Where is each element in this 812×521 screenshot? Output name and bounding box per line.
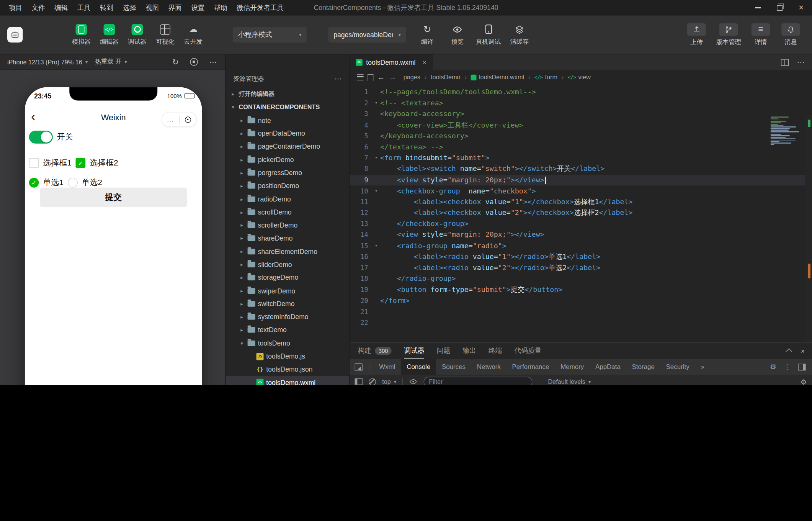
panel-tab[interactable]: 终端 — [489, 342, 502, 359]
menu-item[interactable]: 微信开发者工具 — [232, 0, 288, 16]
devtools-tab[interactable]: AppData — [590, 359, 626, 375]
context-select[interactable]: top ▾ — [382, 378, 396, 385]
radio-1[interactable]: ✓ — [29, 178, 39, 188]
checkbox-2[interactable]: ✓ — [76, 158, 86, 168]
preview-button[interactable]: 预览 — [442, 24, 472, 46]
code-line[interactable]: 6</textarea> --> — [350, 141, 812, 152]
code-line[interactable]: 19 <button form-type="submit">提交</button… — [350, 284, 812, 295]
clear-cache-button[interactable]: 清缓存 — [505, 24, 534, 46]
radio-2[interactable] — [68, 178, 78, 188]
tree-item[interactable]: ▸pickerDemo — [226, 153, 349, 166]
devtools-tab[interactable]: » — [695, 359, 710, 375]
menu-item[interactable]: 项目 — [4, 0, 27, 16]
code-line[interactable]: 18 </radio-group> — [350, 273, 812, 284]
tree-item[interactable]: <>toolsDemo.wxml — [226, 376, 349, 385]
breadcrumb-item[interactable]: toolsDemo.wxml — [471, 74, 524, 81]
code-line[interactable]: 8 <label><switch name="switch"></switch>… — [350, 164, 812, 175]
code-line[interactable]: 17 <label><radio value="2"></radio>单选2</… — [350, 262, 812, 273]
menu-item[interactable]: 转到 — [95, 0, 118, 16]
compile-button[interactable]: ↻ 编译 — [412, 24, 442, 46]
tree-item[interactable]: ▸shareDemo — [226, 232, 349, 245]
panel-tab[interactable]: 构建300 — [358, 342, 392, 359]
code-editor[interactable]: 1<!--pages/toolsDemo/toolsDemo.wxml-->2▾… — [350, 84, 812, 342]
stop-icon[interactable] — [190, 58, 198, 66]
device-debug-button[interactable]: 真机调试 — [472, 24, 505, 46]
more-icon[interactable]: ⋯ — [335, 75, 342, 83]
menu-item[interactable]: 选择 — [118, 0, 141, 16]
close-button[interactable]: × — [790, 0, 812, 16]
tree-item[interactable]: ▸scrollerDemo — [226, 219, 349, 232]
breadcrumb-item[interactable]: toolsDemo — [431, 74, 461, 81]
menu-item[interactable]: 界面 — [163, 0, 186, 16]
details-button[interactable]: ≡ 详情 — [747, 23, 775, 46]
editor-scrollbar[interactable] — [805, 115, 812, 342]
breadcrumb-item[interactable]: </>form — [534, 74, 557, 81]
clear-console-icon[interactable] — [369, 378, 376, 385]
tree-item[interactable]: ▾toolsDemo — [226, 337, 349, 350]
code-line[interactable]: 22 — [350, 317, 812, 328]
cloud-dev-button[interactable]: ☁ 云开发 — [179, 24, 207, 46]
more-icon[interactable]: ⋯ — [209, 57, 217, 66]
code-line[interactable]: 21 — [350, 306, 812, 317]
messages-button[interactable]: 消息 — [777, 23, 805, 46]
dock-side-icon[interactable] — [798, 364, 806, 370]
devtools-tab[interactable]: Console — [401, 359, 436, 375]
menu-item[interactable]: 编辑 — [50, 0, 73, 16]
menu-item[interactable]: 帮助 — [209, 0, 232, 16]
devtools-tab[interactable]: Network — [471, 359, 506, 375]
panel-tab[interactable]: 代码质量 — [515, 342, 541, 359]
devtools-tab[interactable]: Wxml — [373, 359, 401, 375]
device-select[interactable]: iPhone 12/13 (Pro) 79% 16 ▾ — [7, 58, 88, 66]
menu-item[interactable]: 工具 — [72, 0, 95, 16]
capsule-more-button[interactable]: … — [162, 117, 179, 122]
avatar[interactable] — [7, 27, 23, 43]
console-filter-input[interactable] — [424, 377, 533, 385]
submit-button[interactable]: 提交 — [40, 188, 187, 207]
kebab-menu-icon[interactable]: ⋮ — [784, 363, 791, 371]
code-line[interactable]: 2▾<!-- <textarea> — [350, 98, 812, 109]
tree-item[interactable]: ▸openDataDemo — [226, 127, 349, 140]
tree-item[interactable]: ▸pageContainerDemo — [226, 140, 349, 153]
tree-item[interactable]: ▸storageDemo — [226, 271, 349, 284]
code-line[interactable]: 9 <view style="margin: 20px;"></view> — [350, 174, 812, 185]
tree-item[interactable]: JStoolsDemo.js — [226, 350, 349, 363]
tree-item[interactable]: ▸swiperDemo — [226, 284, 349, 297]
code-line[interactable]: 14 <view style="margin: 20px;"></view> — [350, 229, 812, 240]
code-line[interactable]: 3<keyboard-accessory> — [350, 108, 812, 120]
more-icon[interactable]: ⋯ — [797, 57, 805, 67]
split-editor-icon[interactable] — [781, 59, 789, 66]
tab-toolsdemo-wxml[interactable]: <> toolsDemo.wxml × — [350, 54, 433, 70]
tree-item[interactable]: ▸positionDemo — [226, 179, 349, 192]
code-line[interactable]: 11 <label><checkbox value="1"></checkbox… — [350, 197, 812, 208]
restore-button[interactable] — [768, 0, 790, 16]
simulator-button[interactable]: 模拟器 — [67, 24, 95, 46]
tree-item[interactable]: ▸textDemo — [226, 324, 349, 337]
nav-back-icon[interactable]: ← — [377, 73, 385, 82]
visualization-button[interactable]: 可视化 — [151, 24, 179, 46]
devtools-settings-gear-icon[interactable]: ⚙ — [770, 363, 776, 371]
bookmark-icon[interactable] — [368, 74, 373, 81]
page-select[interactable]: pages/moveableDem... ▾ — [328, 27, 406, 43]
live-expression-eye-icon[interactable] — [409, 379, 418, 385]
console-settings-gear-icon[interactable]: ⚙ — [801, 377, 807, 385]
nav-forward-icon[interactable]: → — [389, 73, 396, 82]
tree-item[interactable]: ▸打开的编辑器 — [226, 88, 349, 101]
switch-control[interactable] — [29, 131, 53, 144]
close-panel-icon[interactable]: × — [801, 347, 805, 355]
code-line[interactable]: 16 <label><radio value="1"></radio>单选1</… — [350, 251, 812, 262]
tree-item[interactable]: ▸note — [226, 114, 349, 127]
code-line[interactable]: 4 <cover-view>工具栏</cover-view> — [350, 120, 812, 131]
breadcrumb-item[interactable]: pages — [404, 74, 420, 81]
devtools-tab[interactable]: Security — [660, 359, 695, 375]
tree-item[interactable]: {}toolsDemo.json — [226, 363, 349, 376]
tree-item[interactable]: ▸shareElementDemo — [226, 245, 349, 258]
code-line[interactable]: 7▾<form bindsubmit="submit"> — [350, 152, 812, 164]
devtools-tab[interactable]: Storage — [626, 359, 660, 375]
code-line[interactable]: 15▾ <radio-group name="radio"> — [350, 240, 812, 251]
tree-item[interactable]: ▸sliderDemo — [226, 258, 349, 271]
tree-item[interactable]: ▸scrollDemo — [226, 206, 349, 219]
code-line[interactable]: 10▾ <checkbox-group name="checkbox"> — [350, 185, 812, 197]
inspect-element-icon[interactable] — [355, 363, 363, 371]
minimize-button[interactable] — [747, 0, 769, 16]
capsule-close-button[interactable] — [180, 116, 196, 123]
